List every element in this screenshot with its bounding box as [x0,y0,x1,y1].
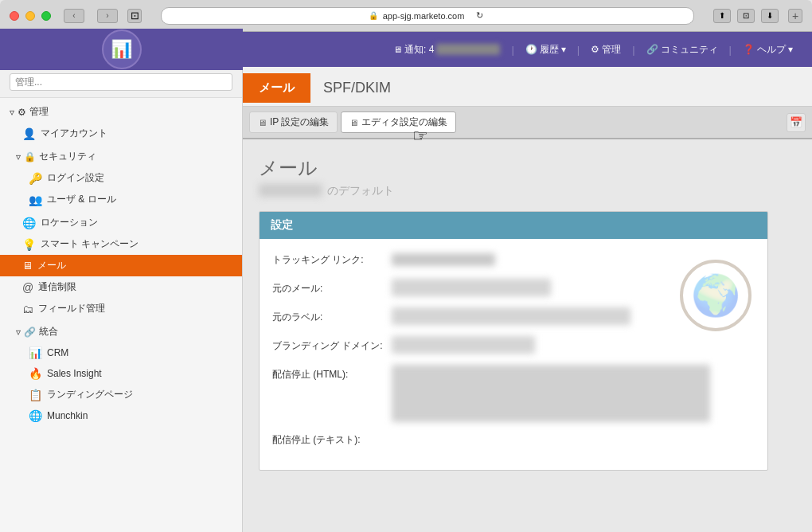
sidebar-item-field-management[interactable]: 🗂 フィールド管理 [0,298,242,319]
form-row-branding: ブランディング ドメイン: [272,336,755,357]
field-management-label: フィールド管理 [38,302,105,315]
flame-icon: 🔥 [29,367,42,380]
tab-editor-settings-label: エディタ設定の編集 [361,115,447,129]
content-body: メール のデフォルト 設定 🌍 [243,139,812,532]
notification-item[interactable]: 🖥 通知: 4 [387,40,506,60]
community-item[interactable]: 🔗 コミュニティ [640,40,724,60]
community-icon: 🔗 [646,44,658,55]
forward-button[interactable]: › [97,9,118,23]
help-label: ヘルプ [757,43,786,57]
gear-icon: ⚙ [591,44,599,55]
sidebar-item-mail[interactable]: 🖥 メール [0,255,242,276]
sidebar-item-communication-limit[interactable]: @ 通信制限 [0,276,242,298]
sidebar: ▿ ⚙ 管理 👤 マイアカウント ▿ 🔒 セキュリティ [0,67,243,532]
editor-settings-icon: 🖥 [349,118,358,127]
back-button[interactable]: ‹ [64,9,84,23]
at-icon: @ [22,281,33,294]
sidebar-item-landing-page[interactable]: 📋 ランディングページ [0,384,242,405]
address-bar[interactable]: 🔒 app-sjg.marketo.com ↻ [161,7,694,25]
communication-limit-label: 通信制限 [38,280,76,294]
spfdkim-label: SPF/DKIM [323,80,391,96]
mail-icon: 🖥 [22,260,33,272]
maximize-button[interactable] [41,11,51,21]
sidebar-item-location[interactable]: 🌐 ロケーション [0,212,242,233]
stamp-watermark: 🌍 [680,260,759,323]
tab-ip-settings-label: IP 設定の編集 [270,115,329,129]
sidebar-security-header[interactable]: ▿ 🔒 セキュリティ [0,146,242,167]
users-roles-label: ユーザ & ロール [47,193,116,206]
sidebar-section-management: ▿ ⚙ 管理 👤 マイアカウント ▿ 🔒 セキュリティ [0,98,242,431]
crm-icon: 📊 [29,346,42,359]
question-icon: ❓ [743,44,755,55]
globe-stamp-icon: 🌍 [691,272,740,319]
users-icon: 👥 [29,194,42,206]
history-arrow: ▾ [561,44,566,55]
tab-ip-settings[interactable]: 🖥 IP 設定の編集 [249,111,338,133]
app: 📊 🖥 通知: 4 | 🕐 履歴 ▾ | ⚙ 管理 | 🔗 コミュニティ | ❓… [0,32,812,532]
security-label: セキュリティ [39,150,96,163]
admin-item[interactable]: ⚙ 管理 [584,40,627,60]
spfdkim-header: SPF/DKIM [310,73,404,103]
settings-card: 設定 🌍 トラッキング リンク: [259,211,768,471]
sidebar-item-my-account[interactable]: 👤 マイアカウント [0,123,242,144]
form-row-unsubscribe-text: 配信停止 (テキスト): [272,430,755,451]
sidebar-integration-header[interactable]: ▿ 🔗 統合 [0,321,242,342]
unsubscribe-html-value [392,365,755,422]
sidebar-subsection-integration: ▿ 🔗 統合 📊 CRM 🔥 Sales Insight 📋 ランデ [0,319,242,428]
crm-label: CRM [47,347,68,358]
ip-settings-icon: 🖥 [258,118,267,127]
sidebar-item-sales-insight[interactable]: 🔥 Sales Insight [0,363,242,384]
history-icon: 🕐 [525,44,537,55]
tabs-button[interactable]: ⊡ [737,9,755,23]
globe-icon: 🌐 [22,217,36,229]
sidebar-item-users-roles[interactable]: 👥 ユーザ & ロール [0,189,242,210]
section-subtitle-row: のデフォルト [259,184,796,198]
sidebar-search-input[interactable] [10,73,232,91]
help-item[interactable]: ❓ ヘルプ ▾ [736,40,799,60]
community-label: コミュニティ [661,43,718,57]
sidebar-item-login-settings[interactable]: 🔑 ログイン設定 [0,167,242,189]
share-button[interactable]: ⬆ [713,9,731,23]
collapse-icon: ▿ [10,107,14,118]
url-text: app-sjg.marketo.com [383,11,465,21]
calendar-button[interactable]: 📅 [787,113,806,132]
login-settings-label: ログイン設定 [47,171,104,185]
field-icon: 🗂 [22,303,33,315]
tab-editor-settings[interactable]: 🖥 エディタ設定の編集 [341,111,456,133]
sidebar-item-smart-campaign[interactable]: 💡 スマート キャンペーン [0,233,242,255]
location-label: ロケーション [41,216,98,229]
nav-separator-4: | [729,44,732,56]
settings-card-header: 設定 [260,212,767,239]
sidebar-item-crm[interactable]: 📊 CRM [0,342,242,363]
user-icon: 👤 [22,127,36,140]
from-label-label: 元のラベル: [272,307,392,324]
unsubscribe-text-label: 配信停止 (テキスト): [272,430,392,447]
refresh-button[interactable]: ↻ [472,9,486,23]
mail-label: メール [37,259,66,272]
mail-tab-header[interactable]: メール [243,73,310,103]
main-layout: ▿ ⚙ 管理 👤 マイアカウント ▿ 🔒 セキュリティ [0,67,812,532]
minimize-button[interactable] [25,11,35,21]
unsubscribe-html-label: 配信停止 (HTML): [272,365,392,381]
section-subtitle-text: のデフォルト [327,184,394,198]
collapse-icon-2: ▿ [16,151,21,162]
sidebar-item-munchkin[interactable]: 🌐 Munchkin [0,405,242,426]
close-button[interactable] [10,11,19,21]
admin-label: 管理 [602,43,621,57]
new-tab-button[interactable]: + [788,9,802,23]
collapse-icon-3: ▿ [16,327,21,338]
settings-card-title: 設定 [271,218,293,231]
nav-separator-2: | [577,44,580,56]
nav-separator-1: | [511,44,513,56]
sidebar-management-header[interactable]: ▿ ⚙ 管理 [0,101,242,123]
section-title: メール [259,155,796,181]
download-button[interactable]: ⬇ [761,9,779,23]
branding-value [392,336,755,354]
tracking-label: トラッキング リンク: [272,250,392,267]
history-label: 履歴 [540,43,559,57]
integration-label: 統合 [39,325,58,338]
window-view-button[interactable]: ⊡ [127,9,142,23]
nav-separator-3: | [632,44,634,56]
smart-campaign-label: スマート キャンペーン [41,237,139,251]
history-item[interactable]: 🕐 履歴 ▾ [519,40,572,60]
